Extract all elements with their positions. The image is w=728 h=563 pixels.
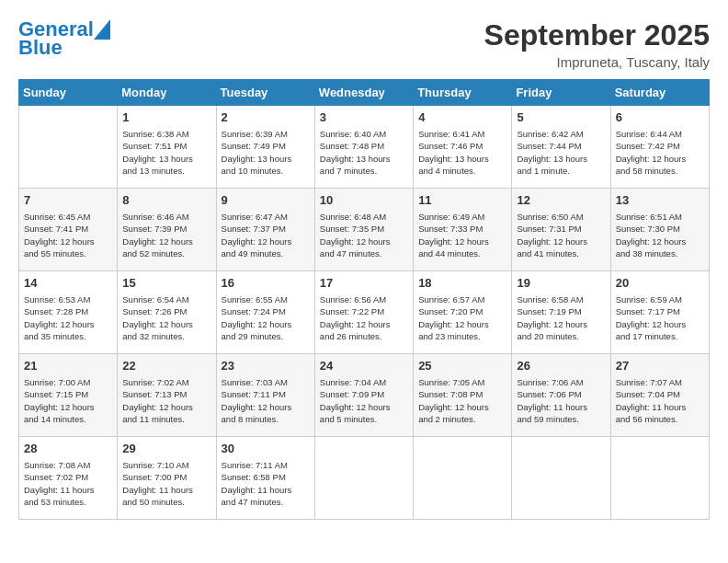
day-number: 4 — [418, 109, 506, 126]
day-header-friday: Friday — [512, 80, 610, 106]
day-content: Sunrise: 6:46 AM Sunset: 7:39 PM Dayligh… — [122, 211, 210, 259]
calendar-cell: 4Sunrise: 6:41 AM Sunset: 7:46 PM Daylig… — [414, 106, 512, 189]
day-number: 2 — [222, 109, 310, 126]
calendar-cell — [610, 437, 709, 520]
calendar-cell: 7Sunrise: 6:45 AM Sunset: 7:41 PM Daylig… — [19, 189, 118, 271]
calendar-cell: 24Sunrise: 7:04 AM Sunset: 7:09 PM Dayli… — [314, 354, 413, 437]
day-content: Sunrise: 7:05 AM Sunset: 7:08 PM Dayligh… — [418, 376, 506, 425]
day-content: Sunrise: 7:06 AM Sunset: 7:06 PM Dayligh… — [517, 376, 605, 425]
day-number: 25 — [418, 358, 506, 374]
day-content: Sunrise: 6:42 AM Sunset: 7:44 PM Dayligh… — [517, 128, 605, 177]
day-content: Sunrise: 6:55 AM Sunset: 7:24 PM Dayligh… — [222, 293, 310, 342]
day-number: 6 — [616, 109, 704, 126]
day-number: 19 — [517, 275, 605, 292]
calendar-cell: 12Sunrise: 6:50 AM Sunset: 7:31 PM Dayli… — [512, 189, 610, 271]
day-content: Sunrise: 6:48 AM Sunset: 7:35 PM Dayligh… — [320, 211, 408, 259]
logo: General Blue — [18, 18, 110, 59]
calendar-cell: 29Sunrise: 7:10 AM Sunset: 7:00 PM Dayli… — [118, 437, 216, 520]
svg-marker-0 — [94, 19, 110, 40]
week-row-5: 28Sunrise: 7:08 AM Sunset: 7:02 PM Dayli… — [19, 437, 710, 520]
calendar-cell: 5Sunrise: 6:42 AM Sunset: 7:44 PM Daylig… — [512, 106, 610, 189]
day-content: Sunrise: 7:04 AM Sunset: 7:09 PM Dayligh… — [320, 376, 408, 425]
calendar-table: SundayMondayTuesdayWednesdayThursdayFrid… — [18, 79, 710, 520]
day-content: Sunrise: 6:39 AM Sunset: 7:49 PM Dayligh… — [222, 128, 310, 177]
calendar-cell: 25Sunrise: 7:05 AM Sunset: 7:08 PM Dayli… — [414, 354, 512, 437]
day-number: 18 — [418, 275, 506, 292]
day-number: 16 — [222, 275, 310, 292]
day-content: Sunrise: 6:44 AM Sunset: 7:42 PM Dayligh… — [616, 128, 704, 177]
day-content: Sunrise: 6:57 AM Sunset: 7:20 PM Dayligh… — [418, 293, 506, 342]
calendar-cell: 14Sunrise: 6:53 AM Sunset: 7:28 PM Dayli… — [19, 271, 118, 354]
calendar-cell — [19, 106, 118, 189]
day-number: 3 — [320, 109, 408, 126]
day-number: 10 — [320, 192, 408, 209]
day-number: 8 — [122, 192, 210, 209]
day-number: 11 — [418, 192, 506, 209]
day-content: Sunrise: 7:02 AM Sunset: 7:13 PM Dayligh… — [122, 376, 210, 425]
day-content: Sunrise: 6:51 AM Sunset: 7:30 PM Dayligh… — [616, 211, 704, 259]
day-content: Sunrise: 7:08 AM Sunset: 7:02 PM Dayligh… — [24, 459, 112, 508]
days-row: SundayMondayTuesdayWednesdayThursdayFrid… — [19, 80, 710, 106]
logo-text-blue: Blue — [18, 37, 63, 59]
day-number: 22 — [122, 358, 210, 374]
day-header-monday: Monday — [118, 80, 216, 106]
calendar-cell: 22Sunrise: 7:02 AM Sunset: 7:13 PM Dayli… — [118, 354, 216, 437]
day-number: 9 — [222, 192, 310, 209]
calendar-cell: 21Sunrise: 7:00 AM Sunset: 7:15 PM Dayli… — [19, 354, 118, 437]
day-header-thursday: Thursday — [414, 80, 512, 106]
week-row-4: 21Sunrise: 7:00 AM Sunset: 7:15 PM Dayli… — [19, 354, 710, 437]
day-content: Sunrise: 6:56 AM Sunset: 7:22 PM Dayligh… — [320, 293, 408, 342]
calendar-cell — [414, 437, 512, 520]
day-number: 23 — [222, 358, 310, 374]
calendar-header: SundayMondayTuesdayWednesdayThursdayFrid… — [19, 80, 710, 106]
day-number: 26 — [517, 358, 605, 374]
calendar-cell: 13Sunrise: 6:51 AM Sunset: 7:30 PM Dayli… — [610, 189, 709, 271]
calendar-cell: 20Sunrise: 6:59 AM Sunset: 7:17 PM Dayli… — [610, 271, 709, 354]
day-number: 12 — [517, 192, 605, 209]
calendar-cell: 19Sunrise: 6:58 AM Sunset: 7:19 PM Dayli… — [512, 271, 610, 354]
calendar-cell: 18Sunrise: 6:57 AM Sunset: 7:20 PM Dayli… — [414, 271, 512, 354]
calendar-cell: 11Sunrise: 6:49 AM Sunset: 7:33 PM Dayli… — [414, 189, 512, 271]
day-number: 1 — [122, 109, 210, 126]
day-content: Sunrise: 6:47 AM Sunset: 7:37 PM Dayligh… — [222, 211, 310, 259]
day-content: Sunrise: 6:49 AM Sunset: 7:33 PM Dayligh… — [418, 211, 506, 259]
calendar-cell: 17Sunrise: 6:56 AM Sunset: 7:22 PM Dayli… — [314, 271, 413, 354]
location-subtitle: Impruneta, Tuscany, Italy — [484, 54, 710, 70]
day-content: Sunrise: 6:59 AM Sunset: 7:17 PM Dayligh… — [616, 293, 704, 342]
day-content: Sunrise: 6:40 AM Sunset: 7:48 PM Dayligh… — [320, 128, 408, 177]
logo-icon — [94, 19, 110, 40]
day-content: Sunrise: 6:45 AM Sunset: 7:41 PM Dayligh… — [24, 211, 112, 259]
day-content: Sunrise: 7:07 AM Sunset: 7:04 PM Dayligh… — [616, 376, 704, 425]
day-content: Sunrise: 6:53 AM Sunset: 7:28 PM Dayligh… — [24, 293, 112, 342]
title-block: September 2025 Impruneta, Tuscany, Italy — [484, 18, 710, 70]
day-number: 14 — [24, 275, 112, 292]
day-number: 5 — [517, 109, 605, 126]
day-number: 20 — [616, 275, 704, 292]
day-number: 15 — [122, 275, 210, 292]
day-number: 29 — [122, 441, 210, 457]
day-content: Sunrise: 7:00 AM Sunset: 7:15 PM Dayligh… — [24, 376, 112, 425]
calendar-cell: 3Sunrise: 6:40 AM Sunset: 7:48 PM Daylig… — [314, 106, 413, 189]
day-content: Sunrise: 6:38 AM Sunset: 7:51 PM Dayligh… — [122, 128, 210, 177]
calendar-cell: 6Sunrise: 6:44 AM Sunset: 7:42 PM Daylig… — [610, 106, 709, 189]
week-row-1: 1Sunrise: 6:38 AM Sunset: 7:51 PM Daylig… — [19, 106, 710, 189]
calendar-cell: 15Sunrise: 6:54 AM Sunset: 7:26 PM Dayli… — [118, 271, 216, 354]
day-header-sunday: Sunday — [19, 80, 118, 106]
day-number: 30 — [222, 441, 310, 457]
week-row-2: 7Sunrise: 6:45 AM Sunset: 7:41 PM Daylig… — [19, 189, 710, 271]
day-header-saturday: Saturday — [610, 80, 709, 106]
calendar-body: 1Sunrise: 6:38 AM Sunset: 7:51 PM Daylig… — [19, 106, 710, 520]
calendar-cell: 8Sunrise: 6:46 AM Sunset: 7:39 PM Daylig… — [118, 189, 216, 271]
day-number: 7 — [24, 192, 112, 209]
calendar-cell: 9Sunrise: 6:47 AM Sunset: 7:37 PM Daylig… — [216, 189, 314, 271]
day-number: 28 — [24, 441, 112, 457]
day-content: Sunrise: 6:58 AM Sunset: 7:19 PM Dayligh… — [517, 293, 605, 342]
month-title: September 2025 — [484, 18, 710, 52]
day-content: Sunrise: 6:54 AM Sunset: 7:26 PM Dayligh… — [122, 293, 210, 342]
calendar-cell: 1Sunrise: 6:38 AM Sunset: 7:51 PM Daylig… — [118, 106, 216, 189]
day-content: Sunrise: 7:03 AM Sunset: 7:11 PM Dayligh… — [222, 376, 310, 425]
calendar-cell — [512, 437, 610, 520]
day-number: 21 — [24, 358, 112, 374]
calendar-cell: 2Sunrise: 6:39 AM Sunset: 7:49 PM Daylig… — [216, 106, 314, 189]
calendar-cell: 28Sunrise: 7:08 AM Sunset: 7:02 PM Dayli… — [19, 437, 118, 520]
